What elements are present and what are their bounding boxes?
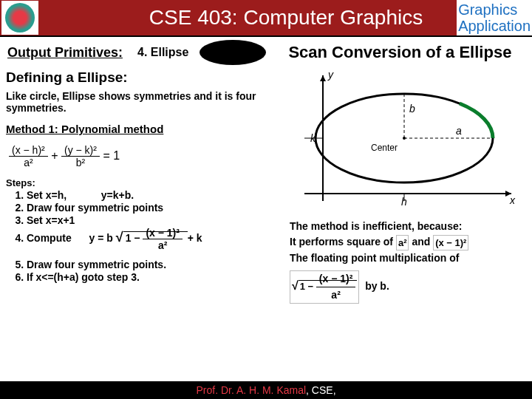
- graphics-application-label: Graphics Application: [457, 0, 532, 35]
- header-bar: CSE 403: Computer Graphics Graphics Appl…: [0, 0, 532, 37]
- sqrt-expression: √1 − (x − 1)² a²: [290, 270, 359, 304]
- step-4: Compute y = b √1 − (x − 1)² a² + k: [27, 227, 282, 251]
- steps-label: Steps:: [6, 177, 282, 188]
- svg-text:k: k: [310, 132, 316, 144]
- app-label-line2: Application: [458, 18, 531, 34]
- footer-rest: , CSE,: [306, 384, 335, 396]
- scan-conversion-title: Scan Conversion of a Ellipse: [288, 43, 511, 62]
- inefficiency-text: The method is inefficient, because: It p…: [290, 219, 526, 304]
- ineff-line3: The floating point multiplication of: [290, 250, 526, 266]
- footer-name: Prof. Dr. A. H. M. Kamal: [196, 384, 306, 396]
- a-squared: a²: [396, 235, 409, 251]
- steps-list-2: Draw four symmetric points. If x<=(h+a) …: [6, 259, 282, 283]
- svg-text:h: h: [401, 196, 407, 208]
- output-primitives-label: Output Primitives:: [7, 45, 123, 61]
- intro-text: Like circle, Ellipse shows symmetries an…: [6, 90, 282, 114]
- right-column: x y a b k h Center The method is ineffic…: [290, 68, 526, 304]
- ellipse-equation: (x − h)² a² + (y − k)² b² = 1: [6, 141, 282, 171]
- ineff-line2: It performs square of a² and (x − 1)²: [290, 234, 526, 250]
- step-5: Draw four symmetric points.: [27, 259, 282, 270]
- steps-list: Set x=h, y=k+b. Draw four symmetric poin…: [6, 189, 282, 251]
- ellipse-number-label: 4. Ellipse: [137, 46, 188, 59]
- svg-text:x: x: [509, 194, 516, 206]
- ineff-line4: √1 − (x − 1)² a² by b.: [290, 270, 526, 304]
- step-6: If x<=(h+a) goto step 3.: [27, 271, 282, 283]
- svg-text:b: b: [409, 103, 415, 115]
- eq-frac1: (x − h)² a²: [9, 144, 48, 168]
- logo-icon: [5, 3, 35, 33]
- app-label-line1: Graphics: [458, 1, 517, 18]
- ellipse-diagram: x y a b k h Center: [290, 68, 519, 208]
- method1-title: Method 1: Polynomial method: [6, 123, 282, 135]
- subheader: Output Primitives: 4. Ellipse Scan Conve…: [0, 37, 532, 68]
- svg-text:a: a: [456, 125, 462, 137]
- step4-equation: y = b √1 − (x − 1)² a² + k: [89, 227, 202, 251]
- left-column: Defining a Ellipse: Like circle, Ellipse…: [6, 68, 282, 304]
- step-1: Set x=h, y=k+b.: [27, 189, 282, 201]
- svg-point-9: [403, 137, 406, 140]
- svg-marker-3: [320, 75, 326, 81]
- university-logo: [1, 1, 38, 35]
- eq-frac2: (y − k)² b²: [61, 144, 100, 168]
- step-2: Draw four symmetric points: [27, 202, 282, 214]
- svg-text:y: y: [327, 69, 334, 81]
- black-ellipse-icon: [200, 40, 266, 65]
- footer-bar: Prof. Dr. A. H. M. Kamal, CSE,: [0, 381, 532, 399]
- content-area: Defining a Ellipse: Like circle, Ellipse…: [0, 68, 532, 304]
- defining-ellipse-title: Defining a Ellipse:: [6, 69, 282, 86]
- svg-text:Center: Center: [371, 143, 398, 153]
- x-minus-1-squared: (x − 1)²: [433, 235, 468, 251]
- ineff-line1: The method is inefficient, because:: [290, 219, 526, 234]
- step-3: Set x=x+1: [27, 214, 282, 226]
